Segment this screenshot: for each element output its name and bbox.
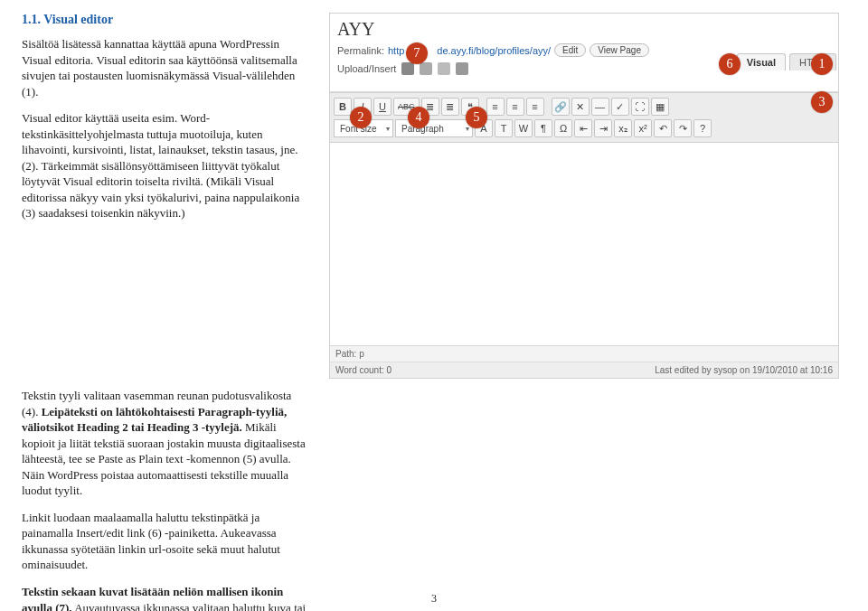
unlink-button[interactable]: ✕ bbox=[571, 98, 590, 116]
paste-text-button[interactable]: T bbox=[495, 119, 513, 137]
para-5: Tekstin sekaan kuvat lisätään neliön mal… bbox=[22, 584, 311, 611]
editor-screenshot: AYY Permalink: http de.ayy.fi/blog/profi… bbox=[329, 13, 839, 379]
paragraph-style-dropdown[interactable]: Paragraph bbox=[395, 119, 473, 137]
word-count: Word count: 0 bbox=[335, 365, 392, 375]
callout-2: 2 bbox=[350, 107, 372, 128]
insert-more-button[interactable]: — bbox=[591, 98, 609, 116]
para-1: Sisältöä lisätessä kannattaa käyttää apu… bbox=[22, 36, 311, 99]
sup-button[interactable]: x² bbox=[634, 119, 652, 137]
permalink-edit-button[interactable]: Edit bbox=[554, 43, 586, 57]
undo-button[interactable]: ↶ bbox=[654, 119, 672, 137]
section-heading: 1.1. Visual editor bbox=[22, 13, 311, 27]
add-image-icon[interactable] bbox=[401, 62, 414, 75]
callout-3: 3 bbox=[811, 91, 833, 113]
outdent-button[interactable]: ⇤ bbox=[574, 119, 592, 137]
align-center-button[interactable]: ≡ bbox=[506, 98, 524, 116]
callout-7: 7 bbox=[406, 42, 428, 64]
callout-6: 6 bbox=[719, 53, 741, 75]
paste-word-button[interactable]: W bbox=[514, 119, 533, 137]
add-media-icon[interactable] bbox=[456, 62, 468, 75]
kitchen-sink-button[interactable]: ▦ bbox=[651, 98, 669, 116]
permalink-suffix: de.ayy.fi/blog/profiles/ayy/ bbox=[437, 45, 551, 56]
page-number: 3 bbox=[431, 592, 437, 606]
fullscreen-button[interactable]: ⛶ bbox=[631, 98, 649, 116]
help-button[interactable]: ? bbox=[693, 119, 712, 137]
tab-visual[interactable]: Visual bbox=[737, 53, 786, 70]
callout-4: 4 bbox=[408, 107, 429, 128]
callout-5: 5 bbox=[466, 107, 487, 128]
remove-formatting-button[interactable]: ¶ bbox=[534, 119, 552, 137]
numbered-list-button[interactable]: ≣ bbox=[441, 98, 459, 116]
bold-button[interactable]: B bbox=[334, 98, 352, 116]
add-video-icon[interactable] bbox=[420, 62, 432, 75]
para-3: Tekstin tyyli valitaan vasemman reunan p… bbox=[22, 388, 311, 499]
callout-1: 1 bbox=[811, 53, 833, 75]
align-left-button[interactable]: ≡ bbox=[486, 98, 505, 116]
underline-button[interactable]: U bbox=[373, 98, 392, 116]
para-2: Visual editor käyttää useita esim. Word-… bbox=[22, 110, 311, 221]
upload-insert-label: Upload/Insert bbox=[337, 63, 396, 74]
para-4: Linkit luodaan maalaamalla haluttu tekst… bbox=[22, 510, 311, 573]
last-edited: Last edited by sysop on 19/10/2010 at 10… bbox=[655, 365, 833, 375]
add-audio-icon[interactable] bbox=[438, 62, 450, 75]
permalink-label: Permalink: bbox=[337, 45, 384, 56]
editor-footer: Path: p Word count: 0 Last edited by sys… bbox=[330, 345, 838, 378]
align-right-button[interactable]: ≡ bbox=[526, 98, 544, 116]
editor-page-title: AYY bbox=[337, 19, 831, 40]
insert-char-button[interactable]: Ω bbox=[554, 119, 572, 137]
editor-toolbar: B I U ABC ≣ ≣ ❝ ≡ ≡ ≡ 🔗 ✕ — ✓ ⛶ bbox=[330, 92, 838, 143]
permalink-prefix: http bbox=[388, 45, 404, 56]
view-page-button[interactable]: View Page bbox=[590, 43, 649, 57]
editor-path: Path: p bbox=[330, 346, 838, 362]
sub-button[interactable]: x₂ bbox=[614, 119, 632, 137]
insert-link-button[interactable]: 🔗 bbox=[552, 98, 570, 116]
redo-button[interactable]: ↷ bbox=[674, 119, 692, 137]
spellcheck-button[interactable]: ✓ bbox=[611, 98, 629, 116]
indent-button[interactable]: ⇥ bbox=[594, 119, 612, 137]
editor-content-area[interactable] bbox=[330, 143, 838, 360]
